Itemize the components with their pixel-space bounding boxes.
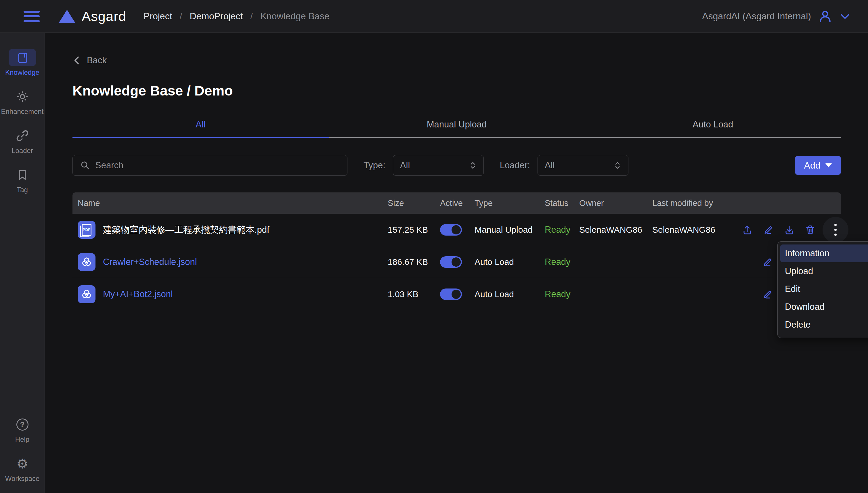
sidebar-item-help[interactable]: ? Help bbox=[0, 416, 45, 444]
breadcrumb: Project / DemoProject / Knowledge Base bbox=[144, 11, 330, 22]
sidebar-item-label: Loader bbox=[12, 147, 33, 155]
pdf-file-icon: PDF bbox=[78, 221, 95, 239]
breadcrumb-current-page: Knowledge Base bbox=[260, 11, 329, 22]
file-size: 1.03 KB bbox=[388, 290, 440, 299]
book-icon bbox=[16, 51, 29, 64]
help-icon: ? bbox=[16, 419, 28, 431]
hamburger-menu-icon[interactable] bbox=[24, 10, 40, 22]
sidebar-item-knowledge[interactable]: Knowledge bbox=[0, 49, 45, 77]
type-select[interactable]: All bbox=[393, 155, 484, 176]
page-title: Knowledge Base / Demo bbox=[72, 83, 841, 99]
menu-item-upload[interactable]: Upload bbox=[780, 262, 868, 280]
loader-select-value: All bbox=[545, 160, 555, 171]
bookmark-icon bbox=[16, 169, 29, 181]
back-label: Back bbox=[87, 55, 107, 66]
tab-all[interactable]: All bbox=[72, 120, 329, 137]
add-button-label: Add bbox=[804, 160, 821, 171]
sidebar-item-label: Workspace bbox=[5, 475, 40, 483]
column-header-last-modified-by: Last modified by bbox=[652, 198, 736, 208]
jsonl-file-icon bbox=[78, 253, 95, 271]
active-toggle[interactable] bbox=[440, 256, 462, 268]
column-header-type: Type bbox=[475, 198, 545, 208]
more-actions-button[interactable] bbox=[823, 217, 848, 243]
account-name: AsgardAI (Asgard Internal) bbox=[702, 11, 811, 22]
file-name-link[interactable]: Crawler+Schedule.jsonl bbox=[103, 257, 197, 267]
table-row: My+AI+Bot2.jsonl 1.03 KB Auto Load Ready bbox=[72, 278, 841, 310]
menu-item-edit[interactable]: Edit bbox=[780, 280, 868, 298]
back-button[interactable]: Back bbox=[72, 55, 116, 66]
file-table: Name Size Active Type Status Owner Last … bbox=[72, 192, 841, 310]
type-filter-label: Type: bbox=[364, 160, 385, 171]
column-header-status: Status bbox=[545, 198, 579, 208]
file-name: 建築物室內裝修—工程承攬契約書範本.pdf bbox=[103, 224, 269, 236]
search-input[interactable] bbox=[95, 160, 331, 171]
breadcrumb-demoproject[interactable]: DemoProject bbox=[190, 11, 243, 22]
file-size: 157.25 KB bbox=[388, 225, 440, 235]
status-badge: Ready bbox=[545, 289, 579, 299]
brand-name: Asgard bbox=[82, 8, 126, 24]
sun-icon bbox=[16, 90, 29, 104]
sidebar-item-workspace[interactable]: ⚙ Workspace bbox=[0, 455, 45, 483]
edit-icon[interactable] bbox=[762, 289, 773, 299]
file-type: Auto Load bbox=[475, 257, 545, 267]
breadcrumb-separator: / bbox=[250, 11, 253, 22]
status-badge: Ready bbox=[545, 224, 579, 235]
sidebar-item-label: Enhancement bbox=[1, 108, 43, 115]
tab-bar: All Manual Upload Auto Load bbox=[72, 120, 841, 138]
add-button[interactable]: Add bbox=[795, 156, 841, 175]
menu-item-download[interactable]: Download bbox=[780, 298, 868, 316]
kebab-icon bbox=[834, 224, 837, 236]
sidebar-item-label: Knowledge bbox=[5, 68, 39, 77]
row-context-menu: Information Upload Edit Download Delete bbox=[777, 241, 868, 338]
file-type: Manual Upload bbox=[475, 225, 545, 235]
breadcrumb-separator: / bbox=[180, 11, 182, 22]
breadcrumb-project[interactable]: Project bbox=[144, 11, 172, 22]
table-row: Crawler+Schedule.jsonl 186.67 KB Auto Lo… bbox=[72, 246, 841, 278]
active-tab-indicator bbox=[72, 137, 329, 138]
delete-icon[interactable] bbox=[805, 224, 816, 235]
sidebar-item-enhancement[interactable]: Enhancement bbox=[0, 88, 45, 115]
link-icon bbox=[16, 129, 29, 143]
sidebar-item-tag[interactable]: Tag bbox=[0, 166, 45, 194]
loader-filter-label: Loader: bbox=[500, 160, 530, 171]
edit-icon[interactable] bbox=[763, 224, 773, 235]
menu-item-information[interactable]: Information bbox=[780, 244, 868, 262]
sidebar-item-loader[interactable]: Loader bbox=[0, 127, 45, 155]
asgard-logo-icon bbox=[59, 10, 75, 23]
filter-row: Type: All Loader: All Add bbox=[72, 155, 841, 176]
caret-down-icon bbox=[825, 164, 832, 167]
file-last-modified-by: SelenaWANG86 bbox=[652, 225, 736, 235]
column-header-name: Name bbox=[72, 198, 388, 208]
edit-icon[interactable] bbox=[762, 257, 773, 267]
tab-auto-load[interactable]: Auto Load bbox=[585, 120, 841, 137]
app-header: Asgard Project / DemoProject / Knowledge… bbox=[0, 0, 868, 33]
active-toggle[interactable] bbox=[440, 288, 462, 300]
tab-manual-upload[interactable]: Manual Upload bbox=[329, 120, 585, 137]
active-toggle[interactable] bbox=[440, 224, 462, 236]
menu-item-delete[interactable]: Delete bbox=[780, 316, 868, 334]
upload-icon[interactable] bbox=[742, 224, 752, 235]
sidebar-item-label: Tag bbox=[17, 186, 28, 194]
type-select-value: All bbox=[400, 160, 410, 171]
table-row: PDF 建築物室內裝修—工程承攬契約書範本.pdf 157.25 KB Manu… bbox=[72, 214, 841, 246]
select-arrows-icon bbox=[469, 161, 477, 170]
chevron-down-icon[interactable] bbox=[839, 10, 851, 22]
user-icon bbox=[819, 10, 832, 23]
file-owner: SelenaWANG86 bbox=[579, 225, 652, 235]
account-menu[interactable]: AsgardAI (Asgard Internal) bbox=[702, 10, 851, 23]
column-header-owner: Owner bbox=[579, 198, 652, 208]
download-icon[interactable] bbox=[784, 224, 795, 235]
table-header-row: Name Size Active Type Status Owner Last … bbox=[72, 192, 841, 214]
sidebar-item-label: Help bbox=[15, 435, 29, 444]
select-arrows-icon bbox=[614, 161, 621, 170]
column-header-active: Active bbox=[440, 198, 475, 208]
file-type: Auto Load bbox=[475, 290, 545, 299]
file-size: 186.67 KB bbox=[388, 257, 440, 267]
file-name-link[interactable]: My+AI+Bot2.jsonl bbox=[103, 289, 173, 299]
chevron-left-icon bbox=[72, 56, 81, 65]
loader-select[interactable]: All bbox=[538, 155, 628, 176]
search-box bbox=[72, 155, 347, 176]
jsonl-file-icon bbox=[78, 285, 95, 303]
gear-icon: ⚙ bbox=[16, 457, 28, 470]
search-icon bbox=[80, 160, 90, 170]
